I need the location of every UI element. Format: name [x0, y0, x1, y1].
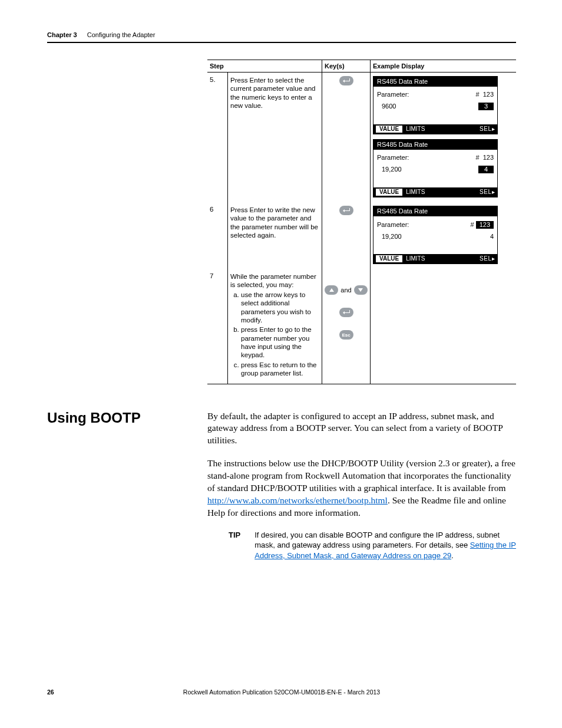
key-cell — [322, 73, 370, 202]
lcd-sel-indicator: SEL▸ — [480, 189, 495, 195]
lcd-tab-limits: LIMITS — [402, 126, 428, 133]
keys-and-label: and — [340, 286, 351, 294]
lcd-title: RS485 Data Rate — [373, 140, 497, 150]
chapter-title: Configuring the Adapter — [87, 31, 156, 38]
running-header: Chapter 3 Configuring the Adapter — [47, 31, 516, 38]
enter-key-icon — [339, 76, 353, 85]
key-cell: and Esc — [322, 269, 370, 384]
lcd-tab-value: VALUE — [376, 126, 402, 133]
lcd-param-label: Parameter: — [377, 154, 409, 161]
enter-key-icon — [339, 206, 353, 215]
tip-text: If desired, you can disable BOOTP and co… — [254, 530, 516, 561]
lcd-title: RS485 Data Rate — [373, 206, 497, 216]
display-cell — [370, 269, 516, 384]
lcd-param-label: Parameter: — [377, 222, 409, 228]
lcd-value: 19,200 — [382, 166, 402, 173]
step-number: 6 — [207, 202, 227, 269]
lcd-tab-limits: LIMITS — [402, 189, 428, 196]
substep: press Esc to return to the group paramet… — [241, 361, 319, 378]
paragraph: The instructions below use the DHCP/BOOT… — [207, 457, 516, 519]
display-cell: RS485 Data Rate Parameter: # 123 9600 3 — [370, 73, 516, 202]
lcd-sel-indicator: SEL▸ — [480, 256, 495, 262]
col-step: Step — [207, 60, 322, 72]
lcd-tab-value: VALUE — [376, 255, 402, 262]
lcd-param-num: # 123 — [475, 91, 494, 98]
lcd-tab-limits: LIMITS — [402, 255, 428, 262]
section-using-bootp: Using BOOTP By default, the adapter is c… — [47, 410, 516, 561]
example-display: RS485 Data Rate Parameter: # 123 19,200 … — [373, 139, 498, 197]
section-heading: Using BOOTP — [47, 410, 194, 561]
lcd-tab-value: VALUE — [376, 189, 402, 196]
enter-key-icon — [339, 308, 353, 317]
tip-block: TIP If desired, you can disable BOOTP an… — [229, 530, 516, 561]
lcd-param-num: # 123 — [475, 154, 494, 161]
col-display: Example Display — [370, 60, 516, 72]
lcd-param-label: Parameter: — [377, 91, 409, 98]
substep: use the arrow keys to select additional … — [241, 291, 319, 325]
lcd-title: RS485 Data Rate — [373, 77, 497, 87]
key-cell — [322, 202, 370, 269]
publication-number: Rockwell Automation Publication 520COM-U… — [47, 689, 516, 696]
paragraph: By default, the adapter is configured to… — [207, 410, 516, 447]
up-arrow-key-icon — [325, 285, 338, 295]
lcd-cursor-digit: 4 — [478, 166, 494, 173]
example-display: RS485 Data Rate Parameter: # 123 9600 3 — [373, 76, 498, 134]
display-cell: RS485 Data Rate Parameter: # 123 19,200 … — [370, 202, 516, 269]
lcd-value: 19,200 — [382, 233, 402, 240]
col-keys: Key(s) — [322, 60, 370, 72]
lcd-sel-indicator: SEL▸ — [480, 126, 495, 132]
step-number: 7 — [207, 269, 227, 384]
example-display: RS485 Data Rate Parameter: # 123 19,200 … — [373, 206, 498, 264]
table-row: 7 While the parameter number is selected… — [207, 269, 516, 384]
esc-key-icon: Esc — [339, 330, 353, 340]
chapter-label: Chapter 3 — [47, 31, 77, 38]
substep: press Enter to go to the parameter numbe… — [241, 325, 319, 360]
lcd-param-num: # 123 — [470, 221, 494, 229]
lcd-cursor-digit: 3 — [478, 103, 494, 110]
header-rule — [47, 42, 516, 43]
table-row: 5. Press Enter to select the current par… — [207, 73, 516, 202]
down-arrow-key-icon — [354, 285, 368, 295]
step-text: Press Enter to write the new value to th… — [227, 202, 322, 269]
procedure-table: Step Key(s) Example Display 5. Press Ent… — [207, 60, 516, 384]
lcd-cursor-digit: 4 — [490, 233, 494, 240]
step-text: Press Enter to select the current parame… — [227, 73, 322, 202]
tip-label: TIP — [229, 530, 240, 561]
bootp-url-link[interactable]: http://www.ab.com/networks/ethernet/boot… — [207, 495, 388, 505]
step-number: 5. — [207, 73, 227, 202]
table-header-row: Step Key(s) Example Display — [207, 60, 516, 73]
table-row: 6 Press Enter to write the new value to … — [207, 202, 516, 269]
step-text: While the parameter number is selected, … — [227, 269, 322, 384]
section-body: By default, the adapter is configured to… — [207, 410, 516, 561]
lcd-value: 9600 — [382, 103, 396, 110]
